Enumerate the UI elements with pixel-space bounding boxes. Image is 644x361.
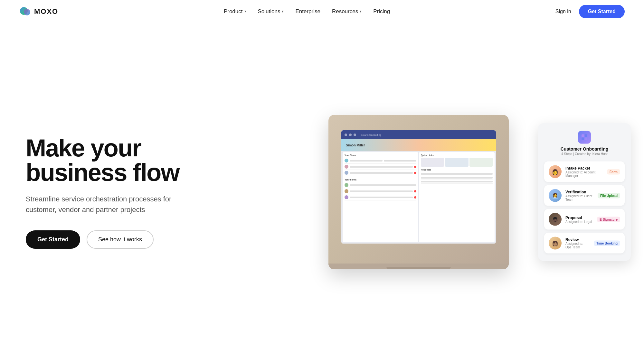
badge-esignature: E-Signature: [597, 217, 620, 222]
badge-file-upload: File Upload: [598, 193, 620, 198]
item-name-review: Review: [565, 237, 590, 242]
avatar-proposal: 👨🏿: [549, 213, 562, 226]
nav-product[interactable]: Product ▾: [224, 8, 246, 15]
nav-enterprise[interactable]: Enterprise: [295, 8, 320, 15]
nav-solutions[interactable]: Solutions ▾: [258, 8, 284, 15]
item-assigned-proposal: Assigned to: Legal: [565, 220, 593, 223]
screen-text: [350, 184, 416, 186]
nav-links: Product ▾ Solutions ▾ Enterprise Resourc…: [224, 8, 390, 15]
item-info-verification: Verification Assigned to: Client Team: [565, 190, 594, 201]
sign-in-button[interactable]: Sign in: [555, 9, 571, 14]
screen-dot-1: [345, 134, 347, 136]
screen-avatar: [345, 171, 348, 175]
screen-row: [345, 158, 416, 164]
item-info-intake: Intake Packet Assigned to: Account Manag…: [565, 166, 603, 178]
screen-row: [345, 182, 416, 188]
screen-company: Solaris Consulting: [361, 134, 381, 136]
item-info-proposal: Proposal Assigned to: Legal: [565, 215, 593, 223]
screen-status-dot: [414, 166, 416, 168]
onboarding-item-intake: 👩 Intake Packet Assigned to: Account Man…: [544, 162, 625, 182]
hero-get-started-button[interactable]: Get Started: [26, 230, 80, 249]
hero-subtitle: Streamline service orchestration process…: [26, 194, 180, 215]
screen-body: Your Team: [341, 151, 496, 244]
screen-avatar: [345, 195, 348, 199]
hero-buttons: Get Started See how it works: [26, 230, 180, 249]
logo-icon: [19, 6, 31, 17]
screen-text: [350, 197, 413, 198]
screen-status-dot: [414, 196, 416, 199]
badge-form: Form: [607, 169, 620, 174]
svg-rect-4: [582, 138, 584, 140]
svg-rect-5: [585, 138, 587, 140]
nav-pricing[interactable]: Pricing: [373, 8, 390, 15]
item-name-verification: Verification: [565, 190, 594, 194]
screen-avatar: [345, 159, 348, 162]
screen-panel-right: Quick Links Requests: [419, 152, 495, 242]
onboarding-item-verification: 👩‍💼 Verification Assigned to: Client Tea…: [544, 185, 625, 206]
screen-text: [421, 181, 493, 182]
onboarding-item-review: 👩🏽 Review Assigned to: Ops Team Time Boo…: [544, 233, 625, 254]
avatar-review: 👩🏽: [549, 237, 562, 250]
screen-dot-2: [349, 134, 352, 136]
hero-title: Make your business flow: [26, 136, 180, 185]
svg-point-1: [24, 9, 30, 15]
nav-resources[interactable]: Resources ▾: [332, 8, 362, 15]
screen-text: [421, 173, 493, 175]
screen-text: [350, 172, 413, 174]
screen-status-dot: [414, 172, 416, 174]
chevron-down-icon: ▾: [360, 9, 362, 14]
onboarding-header: Customer Onboarding 4 Steps | Created by…: [544, 131, 625, 156]
screen-user-name: Simon Miller: [341, 139, 496, 151]
navbar: MOXO Product ▾ Solutions ▾ Enterprise Re…: [0, 0, 644, 23]
hero-text: Make your business flow Streamline servi…: [26, 136, 180, 249]
screen-text: [384, 160, 417, 162]
screen-avatar: [345, 183, 348, 187]
item-assigned-intake: Assigned to: Account Manager: [565, 171, 603, 178]
hero-see-how-button[interactable]: See how it works: [87, 230, 154, 249]
onboarding-card: Customer Onboarding 4 Steps | Created by…: [538, 123, 631, 261]
onboarding-subtitle: 4 Steps | Created by: Kiera Hunt: [544, 152, 625, 156]
item-info-review: Review Assigned to: Ops Team: [565, 237, 590, 249]
badge-time-booking: Time Booking: [594, 240, 620, 246]
laptop-body: Solaris Consulting Simon Miller Your Tea…: [328, 115, 509, 269]
avatar-verification: 👩‍💼: [549, 189, 562, 202]
screen-link-3: [469, 158, 493, 167]
screen-dot-3: [354, 134, 356, 136]
screen-row: [421, 176, 493, 180]
screen-avatar: [345, 165, 348, 169]
onboarding-icon: [578, 131, 591, 144]
avatar-intake: 👩: [549, 165, 562, 178]
screen-row: [345, 164, 416, 170]
screen-panel-title-right: Quick Links: [421, 154, 493, 156]
screen-panel-left: Your Team: [343, 152, 418, 242]
laptop-mockup: Solaris Consulting Simon Miller Your Tea…: [328, 115, 509, 269]
screen-topbar: Solaris Consulting: [341, 130, 496, 139]
svg-rect-3: [585, 134, 587, 137]
logo-text: MOXO: [34, 7, 58, 16]
hero-section: Make your business flow Streamline servi…: [0, 23, 644, 361]
item-name-intake: Intake Packet: [565, 166, 603, 171]
screen-row: [421, 172, 493, 176]
nav-get-started-button[interactable]: Get Started: [579, 5, 625, 18]
screen-text: [350, 166, 413, 168]
screen-text: [350, 160, 383, 162]
onboarding-icon-svg: [581, 134, 588, 141]
screen-text: [421, 177, 493, 179]
screen-text: [350, 190, 413, 192]
laptop-screen: Solaris Consulting Simon Miller Your Tea…: [341, 130, 496, 244]
screen-avatar: [345, 189, 348, 193]
onboarding-title: Customer Onboarding: [544, 146, 625, 152]
hero-visual: Solaris Consulting Simon Miller Your Tea…: [193, 105, 625, 279]
item-name-proposal: Proposal: [565, 215, 593, 220]
item-assigned-verification: Assigned to: Client Team: [565, 194, 594, 201]
onboarding-item-proposal: 👨🏿 Proposal Assigned to: Legal E-Signatu…: [544, 209, 625, 230]
screen-quick-links: [421, 158, 493, 167]
screen-panel-title-requests: Requests: [421, 169, 493, 171]
svg-rect-2: [582, 134, 584, 137]
item-assigned-review: Assigned to: Ops Team: [565, 242, 590, 249]
screen-row: [345, 194, 416, 200]
screen-row: [345, 170, 416, 176]
screen-row: [421, 180, 493, 184]
screen-link-1: [421, 158, 444, 167]
logo[interactable]: MOXO: [19, 6, 58, 17]
